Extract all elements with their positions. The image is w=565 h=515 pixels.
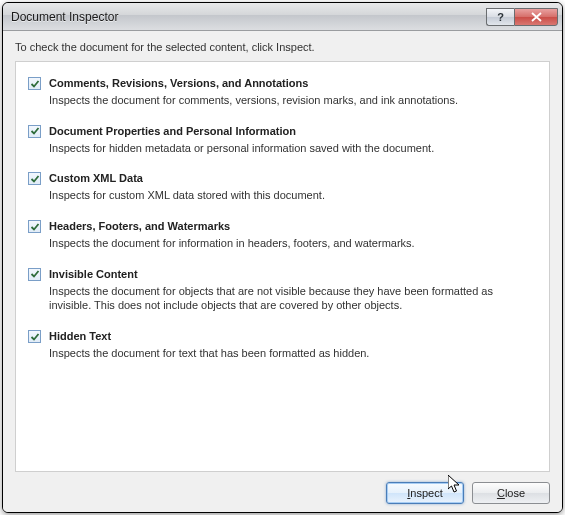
item-text: Comments, Revisions, Versions, and Annot… xyxy=(49,76,537,108)
dialog-content: To check the document for the selected c… xyxy=(3,31,562,512)
item-doc-properties: Document Properties and Personal Informa… xyxy=(26,118,539,166)
window-title: Document Inspector xyxy=(11,10,486,24)
checkbox-invisible-content[interactable] xyxy=(28,268,41,281)
checkmark-icon xyxy=(30,332,40,342)
checkmark-icon xyxy=(30,222,40,232)
checkmark-icon xyxy=(30,174,40,184)
checkbox-doc-properties[interactable] xyxy=(28,125,41,138)
titlebar-buttons: ? xyxy=(486,8,558,26)
item-desc: Inspects the document for objects that a… xyxy=(49,284,537,314)
item-invisible-content: Invisible Content Inspects the document … xyxy=(26,261,539,324)
item-desc: Inspects for hidden metadata or personal… xyxy=(49,141,537,156)
close-button[interactable]: Close xyxy=(472,482,550,504)
item-headers-footers: Headers, Footers, and Watermarks Inspect… xyxy=(26,213,539,261)
item-title: Invisible Content xyxy=(49,267,537,282)
checkbox-custom-xml[interactable] xyxy=(28,172,41,185)
inspection-list: Comments, Revisions, Versions, and Annot… xyxy=(15,61,550,472)
inspect-button[interactable]: Inspect xyxy=(386,482,464,504)
item-desc: Inspects for custom XML data stored with… xyxy=(49,188,537,203)
item-text: Document Properties and Personal Informa… xyxy=(49,124,537,156)
item-hidden-text: Hidden Text Inspects the document for te… xyxy=(26,323,539,371)
titlebar: Document Inspector ? xyxy=(3,3,562,31)
item-desc: Inspects the document for information in… xyxy=(49,236,537,251)
close-icon xyxy=(531,12,542,22)
checkmark-icon xyxy=(30,269,40,279)
item-desc: Inspects the document for text that has … xyxy=(49,346,537,361)
item-comments-revisions: Comments, Revisions, Versions, and Annot… xyxy=(26,70,539,118)
checkmark-icon xyxy=(30,126,40,136)
help-button[interactable]: ? xyxy=(486,8,514,26)
help-icon: ? xyxy=(497,11,504,23)
checkmark-icon xyxy=(30,79,40,89)
item-text: Hidden Text Inspects the document for te… xyxy=(49,329,537,361)
item-title: Document Properties and Personal Informa… xyxy=(49,124,537,139)
item-title: Comments, Revisions, Versions, and Annot… xyxy=(49,76,537,91)
item-text: Custom XML Data Inspects for custom XML … xyxy=(49,171,537,203)
item-title: Custom XML Data xyxy=(49,171,537,186)
item-title: Headers, Footers, and Watermarks xyxy=(49,219,537,234)
item-desc: Inspects the document for comments, vers… xyxy=(49,93,537,108)
button-label: Inspect xyxy=(407,487,442,499)
checkbox-comments-revisions[interactable] xyxy=(28,77,41,90)
item-custom-xml: Custom XML Data Inspects for custom XML … xyxy=(26,165,539,213)
checkbox-headers-footers[interactable] xyxy=(28,220,41,233)
instruction-text: To check the document for the selected c… xyxy=(15,41,550,53)
dialog-footer: Inspect Close xyxy=(15,472,550,504)
item-title: Hidden Text xyxy=(49,329,537,344)
checkbox-hidden-text[interactable] xyxy=(28,330,41,343)
item-text: Invisible Content Inspects the document … xyxy=(49,267,537,314)
item-text: Headers, Footers, and Watermarks Inspect… xyxy=(49,219,537,251)
button-label: Close xyxy=(497,487,525,499)
document-inspector-dialog: Document Inspector ? To check the docume… xyxy=(2,2,563,513)
close-window-button[interactable] xyxy=(514,8,558,26)
